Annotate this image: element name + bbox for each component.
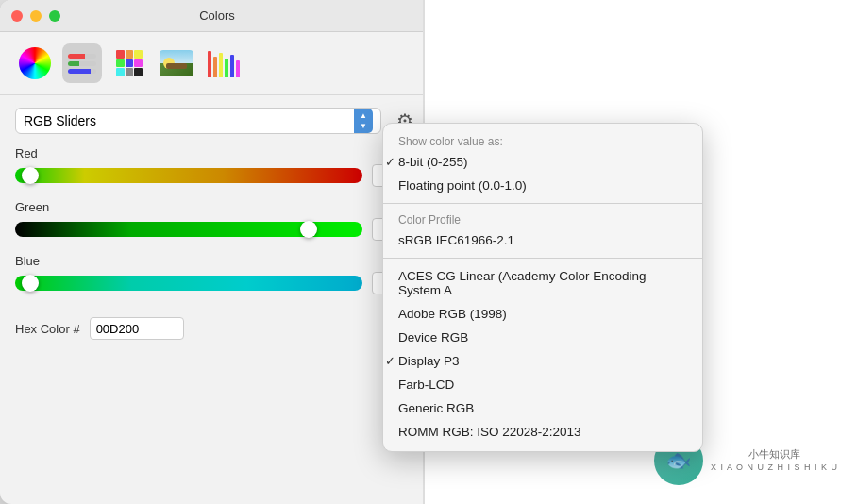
menu-item-aces[interactable]: ACES CG Linear (Academy Color Encoding S…: [383, 264, 702, 302]
show-color-header: Show color value as:: [383, 131, 702, 150]
tab-color-grid[interactable]: [109, 43, 149, 83]
red-label: Red: [15, 146, 419, 160]
red-thumb[interactable]: [22, 167, 39, 184]
dropdown-menu: Show color value as: ✓ 8-bit (0-255) Flo…: [382, 123, 703, 452]
minimize-button[interactable]: [30, 10, 42, 22]
menu-divider-1: [383, 203, 702, 204]
checkmark-displayp3: ✓: [385, 354, 395, 368]
menu-item-float[interactable]: Floating point (0.0-1.0): [383, 174, 702, 197]
green-thumb[interactable]: [300, 221, 317, 238]
blue-slider-row: [15, 272, 419, 294]
mode-dropdown[interactable]: RGB Sliders ▲ ▼: [15, 108, 381, 134]
green-slider-group: Green: [15, 200, 419, 241]
colors-panel: Colors: [0, 0, 434, 504]
menu-item-romm[interactable]: ROMM RGB: ISO 22028-2:2013: [383, 420, 702, 444]
blue-track[interactable]: [15, 276, 362, 291]
maximize-button[interactable]: [49, 10, 60, 22]
blue-thumb[interactable]: [22, 275, 39, 292]
color-wheel-icon: [19, 47, 51, 79]
dropdown-arrows: ▲ ▼: [354, 109, 373, 133]
menu-item-displayp3[interactable]: ✓ Display P3: [383, 349, 702, 373]
green-slider-row: [15, 218, 419, 241]
sliders-icon: [68, 54, 96, 74]
tab-color-wheel[interactable]: [15, 43, 55, 83]
hex-input[interactable]: [90, 317, 184, 340]
slider-bar-1: [68, 54, 96, 59]
menu-item-srgb[interactable]: sRGB IEC61966-2.1: [383, 228, 702, 252]
menu-divider-2: [383, 258, 702, 259]
menu-item-8bit[interactable]: ✓ 8-bit (0-255): [383, 150, 702, 174]
color-profile-header: Color Profile: [383, 210, 702, 228]
blue-slider-group: Blue: [15, 254, 419, 294]
dropdown-label: RGB Sliders: [24, 113, 354, 128]
green-label: Green: [15, 200, 419, 214]
color-grid-icon: [116, 50, 143, 76]
hex-label: Hex Color #: [15, 322, 80, 336]
image-icon: [160, 50, 193, 76]
red-slider-row: [15, 164, 419, 187]
hex-row: Hex Color #: [0, 308, 434, 349]
sliders-area: Red Green: [0, 146, 434, 294]
close-button[interactable]: [11, 10, 23, 22]
checkmark-8bit: ✓: [385, 155, 395, 169]
menu-item-adobe[interactable]: Adobe RGB (1998): [383, 302, 702, 326]
tab-pencils[interactable]: [204, 43, 244, 83]
tab-image[interactable]: [157, 43, 196, 83]
green-track[interactable]: [15, 222, 362, 237]
window-controls: [11, 10, 60, 22]
title-bar: Colors: [0, 0, 434, 32]
menu-item-generic[interactable]: Generic RGB: [383, 396, 702, 420]
window-title: Colors: [199, 8, 235, 23]
red-slider-group: Red: [15, 146, 419, 187]
menu-item-farblcd[interactable]: Farb-LCD: [383, 373, 702, 396]
slider-bar-3: [68, 69, 96, 74]
dropdown-row: RGB Sliders ▲ ▼ ⚙: [0, 95, 434, 146]
tab-sliders[interactable]: [62, 43, 102, 83]
pencils-icon: [208, 49, 240, 77]
menu-item-device[interactable]: Device RGB: [383, 326, 702, 349]
tabs-row: [0, 32, 434, 95]
slider-bar-2: [68, 61, 96, 66]
blue-label: Blue: [15, 254, 419, 268]
red-track[interactable]: [15, 168, 362, 183]
watermark-text: 小牛知识库 X I A O N U Z H I S H I K U: [711, 447, 838, 474]
